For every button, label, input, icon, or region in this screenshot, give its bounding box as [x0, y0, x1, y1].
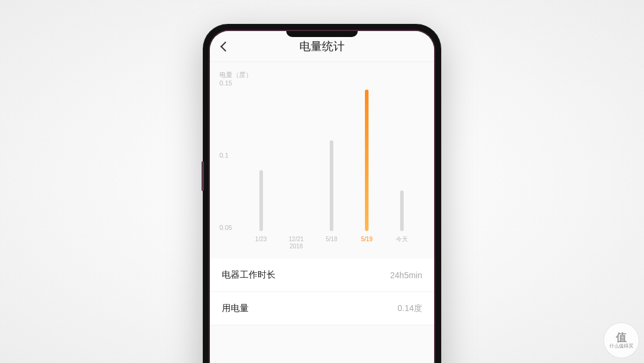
back-button[interactable]	[218, 39, 233, 54]
bar	[330, 140, 333, 231]
bar-column[interactable]: 5/18	[320, 140, 343, 253]
chart-unit-label: 电量（度）	[219, 70, 425, 79]
bar	[365, 90, 369, 231]
badge-text: 什么值得买	[609, 344, 633, 349]
y-tick: 0.05	[219, 224, 239, 231]
bar-chart: 0.15 0.1 0.05 1/2312/2120185/185/19今天	[219, 79, 425, 253]
row-value: 24h5min	[390, 270, 422, 280]
bar-column[interactable]: 1/23	[249, 170, 273, 253]
bar-column[interactable]: 12/212018	[284, 231, 308, 253]
back-arrow-icon	[221, 41, 231, 51]
notch	[286, 31, 358, 37]
y-tick: 0.1	[219, 152, 239, 159]
bars-container: 1/2312/2120185/185/19今天	[239, 79, 425, 253]
y-tick: 0.15	[219, 79, 239, 87]
bar-column[interactable]: 5/19	[355, 90, 379, 253]
row-label: 电器工作时长	[222, 269, 275, 281]
phone-frame: 电量统计 电量（度） 0.15 0.1 0.05 1/2312/2120185/…	[203, 24, 441, 363]
bar	[400, 190, 404, 231]
bar	[259, 170, 263, 231]
bar-column[interactable]: 今天	[390, 190, 414, 253]
badge-glyph: 值	[616, 332, 627, 344]
row-label: 用电量	[222, 303, 249, 314]
chart-area: 电量（度） 0.15 0.1 0.05 1/2312/2120185/185/1…	[210, 62, 434, 259]
y-axis: 0.15 0.1 0.05	[219, 79, 239, 253]
x-axis-label: 12/212018	[289, 236, 304, 253]
stats-list: 电器工作时长 24h5min 用电量 0.14度	[210, 259, 434, 325]
app-screen: 电量统计 电量（度） 0.15 0.1 0.05 1/2312/2120185/…	[210, 31, 434, 363]
x-axis-label: 今天	[396, 236, 408, 253]
phone-inner: 电量统计 电量（度） 0.15 0.1 0.05 1/2312/2120185/…	[209, 30, 435, 363]
x-axis-label: 5/18	[326, 236, 337, 253]
stat-row-work-duration[interactable]: 电器工作时长 24h5min	[210, 259, 434, 292]
row-value: 0.14度	[398, 303, 422, 314]
x-axis-label: 1/23	[255, 236, 267, 253]
page-title: 电量统计	[299, 39, 345, 54]
stat-row-usage[interactable]: 用电量 0.14度	[210, 292, 434, 325]
watermark-badge: 值 什么值得买	[603, 322, 639, 358]
x-axis-label: 5/19	[361, 236, 372, 253]
